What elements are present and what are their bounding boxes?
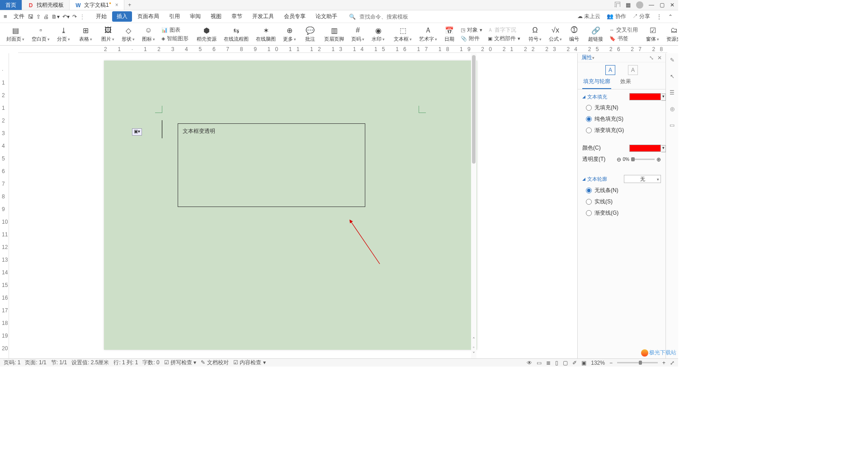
tab-template[interactable]: D 找稻壳模板	[22, 0, 70, 10]
pencil-icon[interactable]: ✎	[668, 56, 676, 64]
fill-grad[interactable]: 渐变填充(G)	[582, 127, 661, 134]
fill-solid[interactable]: 纯色填充(S)	[582, 115, 661, 123]
search-input[interactable]	[359, 14, 409, 20]
cursor-icon[interactable]: ↖	[668, 72, 676, 80]
tab-member[interactable]: 会员专享	[279, 11, 310, 22]
outline-select[interactable]: 无	[624, 175, 661, 183]
tab-chapter[interactable]: 章节	[227, 11, 247, 22]
rb-bookmark[interactable]: 🔖 书签	[609, 35, 638, 42]
taskpane-popout-icon[interactable]: ⤡	[649, 55, 654, 61]
sb-spell[interactable]: ☑ 拼写检查 ▾	[164, 359, 197, 367]
subtab-effect[interactable]: 效果	[619, 76, 632, 89]
swatch-dd-icon[interactable]: ▾	[661, 145, 666, 152]
rb-pagenum[interactable]: #页码	[348, 24, 368, 45]
rb-headerfooter[interactable]: ▥页眉页脚	[321, 24, 348, 45]
plus-icon[interactable]: ⊕	[656, 156, 661, 163]
rb-wordart[interactable]: Ａ艺术字	[415, 24, 441, 45]
taskpane-close-icon[interactable]: ✕	[657, 55, 662, 61]
add-tab-button[interactable]: +	[124, 0, 135, 10]
rb-numbering[interactable]: ⓵编号	[566, 24, 583, 45]
sb-page[interactable]: 页面: 1/1	[25, 359, 46, 367]
section-text-fill[interactable]: 文本填充	[582, 94, 607, 100]
rb-mindmap[interactable]: ✶在线脑图	[252, 24, 279, 45]
scroll-center-icon[interactable]: ◦	[473, 344, 475, 350]
file-menu[interactable]: 文件	[14, 13, 24, 20]
sb-setting[interactable]: 设置值: 2.5厘米	[71, 359, 109, 367]
rb-table[interactable]: ⊞表格	[75, 24, 96, 45]
zoom-out-icon[interactable]: −	[609, 360, 613, 366]
rb-smartart[interactable]: ◈ 智能图形	[161, 35, 189, 42]
sb-focus-icon[interactable]: ✐	[572, 360, 577, 366]
rb-cover[interactable]: ▤封面页	[3, 24, 28, 45]
coop-button[interactable]: 👥 协作	[607, 13, 626, 20]
sb-page-code[interactable]: 页码: 1	[4, 359, 20, 367]
rb-chart[interactable]: 📊 图表	[161, 26, 189, 34]
outline-solid[interactable]: 实线(S)	[582, 198, 661, 206]
book-icon[interactable]: ▭	[668, 121, 676, 129]
close-icon[interactable]: ✕	[670, 2, 675, 8]
rb-shape[interactable]: ◇形状	[118, 24, 138, 45]
rb-watermark[interactable]: ◉水印	[368, 24, 388, 45]
tab-paper[interactable]: 论文助手	[311, 11, 342, 22]
zoom-in-icon[interactable]: +	[662, 360, 665, 366]
subtab-fill-outline[interactable]: 填充与轮廓	[582, 76, 611, 89]
rb-comment[interactable]: 💬批注	[302, 24, 319, 45]
save-icon[interactable]: 🖫	[28, 14, 33, 20]
cloud-status[interactable]: ☁ 未上云	[577, 13, 600, 20]
tab-view[interactable]: 视图	[206, 11, 226, 22]
rb-textbox[interactable]: ⬚文本框	[390, 24, 415, 45]
preview-icon[interactable]: 🗎▾	[52, 14, 60, 20]
hamburger-icon[interactable]: ≡	[1, 13, 10, 20]
tab-references[interactable]: 引用	[165, 11, 184, 22]
tab-developer[interactable]: 开发工具	[248, 11, 278, 22]
print-icon[interactable]: 🖨	[43, 14, 49, 20]
sb-outline-view-icon[interactable]: ≣	[546, 360, 551, 366]
rb-pagebreak[interactable]: ⤓分页	[53, 24, 74, 45]
redo-icon[interactable]: ↷	[72, 14, 77, 20]
sb-proof[interactable]: ✎ 文档校对	[201, 359, 228, 367]
sb-web-view-icon[interactable]: ▢	[563, 360, 568, 366]
textbox[interactable]: 文本框变透明	[178, 123, 365, 207]
anchor-popup[interactable]: ▣▾	[132, 128, 142, 136]
sb-eye-icon[interactable]: 👁	[527, 360, 532, 366]
maximize-icon[interactable]: ▢	[660, 2, 665, 8]
sb-read-view-icon[interactable]: ▯	[555, 360, 558, 366]
share-button[interactable]: ↗ 分享	[632, 13, 650, 20]
scroll-up-icon[interactable]: ˄	[472, 337, 475, 343]
rb-object[interactable]: ◳ 对象▾	[461, 26, 482, 34]
collapse-ribbon-icon[interactable]: ⌃	[668, 14, 673, 20]
command-search[interactable]: 🔍	[349, 14, 409, 20]
sliders-icon[interactable]: ☰	[668, 89, 676, 97]
opacity-slider[interactable]: ⊖ 0% ⊕	[617, 156, 661, 163]
rb-hyperlink[interactable]: 🔗超链接	[585, 24, 607, 45]
more-menu-icon[interactable]: ⋮	[656, 14, 662, 20]
tab-page-layout[interactable]: 页面布局	[133, 11, 164, 22]
page[interactable]: ▣▾ 文本框变透明	[104, 61, 477, 350]
rb-icon[interactable]: ☺图标	[138, 24, 159, 45]
sb-content[interactable]: ☑ 内容检查 ▾	[233, 359, 266, 367]
fill-swatch[interactable]: ▾	[629, 93, 661, 100]
scrollbar-thumb[interactable]	[472, 55, 476, 164]
rb-symbol[interactable]: Ω符号	[525, 24, 545, 45]
tab-insert[interactable]: 插入	[112, 11, 132, 22]
sb-rowcol[interactable]: 行: 1 列: 1	[113, 359, 138, 367]
rb-resources[interactable]: 🗂资源夹	[663, 24, 678, 45]
rb-blank[interactable]: ▫空白页	[28, 24, 53, 45]
ruler-horizontal[interactable]: 2 1 · 1 2 3 4 5 6 7 8 9 10 11 12 13 14 1…	[18, 46, 667, 53]
outline-grad[interactable]: 渐变线(G)	[582, 209, 661, 217]
minimize-icon[interactable]: —	[649, 2, 654, 8]
sb-expand-icon[interactable]: ⤢	[670, 360, 675, 366]
document-canvas[interactable]: ▣▾ 文本框变透明 ˄◦˅	[9, 53, 577, 358]
fill-none[interactable]: 无填充(N)	[582, 104, 661, 112]
sb-zoom[interactable]: 132%	[591, 360, 605, 366]
sb-page-view-icon[interactable]: ▭	[537, 360, 542, 366]
export-icon[interactable]: ⇪	[36, 14, 41, 20]
swatch-dd-icon[interactable]: ▾	[661, 94, 666, 101]
minus-icon[interactable]: ⊖	[617, 156, 621, 163]
close-tab-icon[interactable]: ×	[115, 2, 118, 8]
tab-home[interactable]: 首页	[0, 0, 22, 10]
zoom-slider[interactable]	[617, 362, 658, 363]
rb-equation[interactable]: √x公式	[545, 24, 566, 45]
user-icon[interactable]	[636, 1, 643, 9]
tab-review[interactable]: 审阅	[185, 11, 205, 22]
